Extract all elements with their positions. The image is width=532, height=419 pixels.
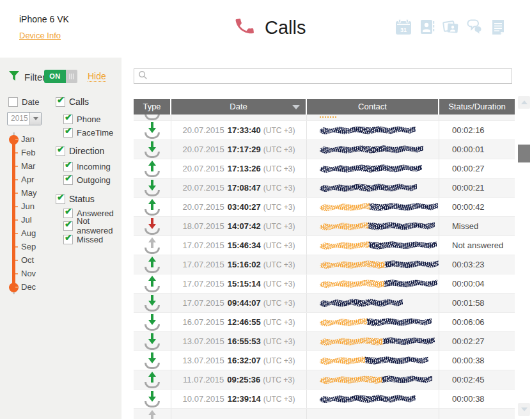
call-direction-icon	[143, 237, 162, 254]
redacted-contact-scribble	[320, 260, 439, 269]
redacted-dots	[320, 116, 336, 118]
month-label-oct: Oct	[21, 255, 34, 265]
table-row[interactable]: 20.07.201517:33:40(UTC +3) 00:02:16	[134, 121, 515, 140]
table-row[interactable]: 13.07.201516:32:07(UTC +3) 00:00:38	[134, 351, 515, 370]
call-status	[439, 409, 515, 419]
call-contact-redacted	[307, 115, 439, 120]
month-label-aug: Aug	[21, 228, 36, 238]
toggle-knob[interactable]	[66, 70, 77, 83]
call-date: 17.07.201515:16:02(UTC +3)	[171, 255, 307, 274]
call-date: 17.07.201515:15:14(UTC +3)	[171, 274, 307, 293]
month-label-jan: Jan	[21, 134, 35, 144]
table-row-partial[interactable]	[134, 409, 515, 419]
redacted-contact-scribble	[320, 394, 416, 404]
column-header-type[interactable]: Type	[134, 99, 171, 115]
device-info-link[interactable]: Device Info	[19, 31, 61, 40]
hide-filter-link[interactable]: Hide	[88, 71, 106, 82]
table-scrollbar[interactable]	[518, 96, 530, 416]
checkbox-phone[interactable]: Phone	[63, 114, 101, 124]
table-row[interactable]: 20.07.201517:08:47(UTC +3) 00:00:21	[134, 178, 515, 198]
call-date: 18.07.201514:07:42(UTC +3)	[171, 217, 307, 235]
redacted-contact-scribble	[320, 279, 437, 289]
call-direction-icon	[143, 199, 162, 216]
year-dropdown[interactable]: 2015	[7, 112, 42, 125]
table-row[interactable]: 17.07.201515:16:02(UTC +3) 00:03:23	[134, 255, 515, 274]
call-direction-icon	[143, 141, 162, 158]
call-type-cell	[134, 159, 171, 178]
call-direction-icon	[143, 257, 162, 273]
call-date: 16.07.201512:46:55(UTC +3)	[171, 313, 307, 331]
table-row-partial[interactable]	[134, 115, 515, 121]
svg-text:31: 31	[400, 27, 407, 33]
table-row[interactable]: 17.07.201515:15:14(UTC +3) 00:00:04	[134, 274, 515, 294]
call-contact-redacted	[307, 121, 439, 139]
table-row[interactable]: 20.07.201517:17:29(UTC +3) 00:00:01	[134, 140, 515, 159]
table-row[interactable]: 11.07.201509:25:36(UTC +3) 00:02:45	[134, 370, 515, 390]
table-row[interactable]: 17.07.201515:46:34(UTC +3) Not answered	[134, 236, 515, 255]
table-row[interactable]: 10.07.201512:39:14(UTC +3) 00:00:38	[134, 390, 515, 409]
month-range-slider[interactable]: JanFebMarAprMayJunJulAugSepOctNovDec	[9, 134, 86, 295]
slider-track[interactable]	[12, 139, 15, 287]
call-contact-redacted	[307, 236, 439, 255]
call-date: 20.07.201517:13:26(UTC +3)	[171, 159, 307, 178]
call-contact-redacted	[307, 409, 439, 419]
month-label-feb: Feb	[21, 148, 35, 157]
call-status: 00:06:06	[439, 313, 515, 331]
contacts-icon[interactable]	[418, 18, 436, 36]
filter-panel: Filter ON Hide Date Calls 2015 Phone Fac…	[0, 58, 121, 419]
notes-icon[interactable]	[489, 18, 507, 36]
scroll-up-button[interactable]	[518, 96, 530, 109]
checkbox-calls[interactable]: Calls	[56, 97, 89, 107]
checkbox-box	[8, 97, 18, 107]
column-header-status[interactable]: Status/Duration	[439, 99, 515, 115]
page-title: Calls	[265, 17, 306, 38]
call-contact-redacted	[307, 294, 439, 312]
call-contact-redacted	[307, 159, 439, 178]
redacted-contact-scribble	[320, 221, 435, 231]
slider-tick	[15, 193, 18, 194]
scroll-down-button[interactable]	[518, 403, 530, 416]
column-header-date[interactable]: Date	[171, 99, 307, 115]
call-date: 17.07.201509:44:07(UTC +3)	[171, 294, 307, 312]
call-type-cell	[134, 390, 171, 408]
checkbox-label: Date	[22, 97, 39, 107]
column-header-contact[interactable]: Contact	[307, 99, 439, 115]
call-status: 00:00:38	[439, 351, 515, 370]
redacted-contact-scribble	[320, 336, 435, 346]
redacted-contact-scribble	[320, 145, 423, 154]
call-contact-redacted	[307, 332, 439, 351]
table-row[interactable]: 16.07.201512:46:55(UTC +3) 00:06:06	[134, 313, 515, 332]
slider-tick	[15, 260, 18, 261]
table-row[interactable]: 20.07.201503:40:27(UTC +3) 00:00:42	[134, 198, 515, 217]
call-direction-icon	[143, 122, 162, 139]
slider-tick	[15, 206, 18, 207]
call-direction-icon	[143, 295, 162, 312]
redacted-contact-scribble	[320, 125, 416, 135]
call-type-cell	[134, 351, 171, 370]
search-input[interactable]	[151, 69, 512, 83]
call-contact-redacted	[307, 313, 439, 331]
month-label-sep: Sep	[21, 242, 36, 251]
filter-toggle[interactable]: ON	[44, 70, 77, 83]
checkbox-date[interactable]: Date	[8, 97, 39, 107]
table-row[interactable]: 20.07.201517:13:26(UTC +3) 00:00:27	[134, 159, 515, 178]
call-direction-icon	[143, 410, 162, 419]
call-contact-redacted	[307, 390, 439, 408]
call-type-cell	[134, 274, 171, 293]
search-box[interactable]	[134, 68, 512, 84]
scroll-thumb[interactable]	[518, 145, 530, 162]
call-contact-redacted	[307, 217, 439, 235]
photos-icon[interactable]	[442, 18, 460, 36]
table-row[interactable]: 13.07.201516:55:53(UTC +3) 00:02:27	[134, 332, 515, 351]
call-status: 00:00:04	[439, 274, 515, 293]
year-dropdown-arrow[interactable]	[29, 113, 41, 125]
table-body: 20.07.201517:33:40(UTC +3) 00:02:16 20.0…	[134, 115, 515, 419]
chevron-down-icon	[521, 407, 528, 411]
table-row[interactable]: 17.07.201509:44:07(UTC +3) 00:01:58	[134, 294, 515, 313]
calendar-icon[interactable]: 31	[395, 18, 412, 36]
app-window: iPhone 6 VK Device Info Calls 31	[0, 0, 532, 419]
slider-tick	[15, 233, 18, 234]
table-row[interactable]: 18.07.201514:07:42(UTC +3) Missed	[134, 217, 515, 236]
call-type-cell	[134, 313, 171, 331]
messages-icon[interactable]	[465, 18, 483, 36]
